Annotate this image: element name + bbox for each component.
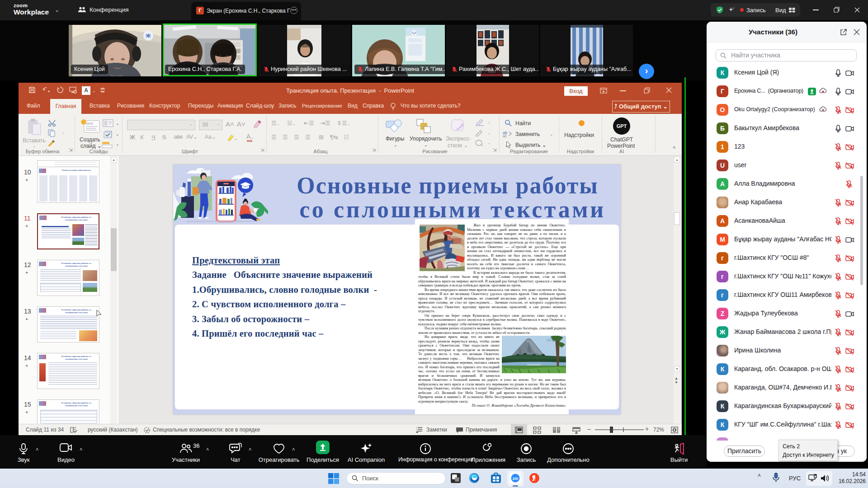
svg-text:ac: ac [503,134,507,137]
svg-text:⌄: ⌄ [234,136,238,141]
svg-text:zm: zm [513,476,519,481]
